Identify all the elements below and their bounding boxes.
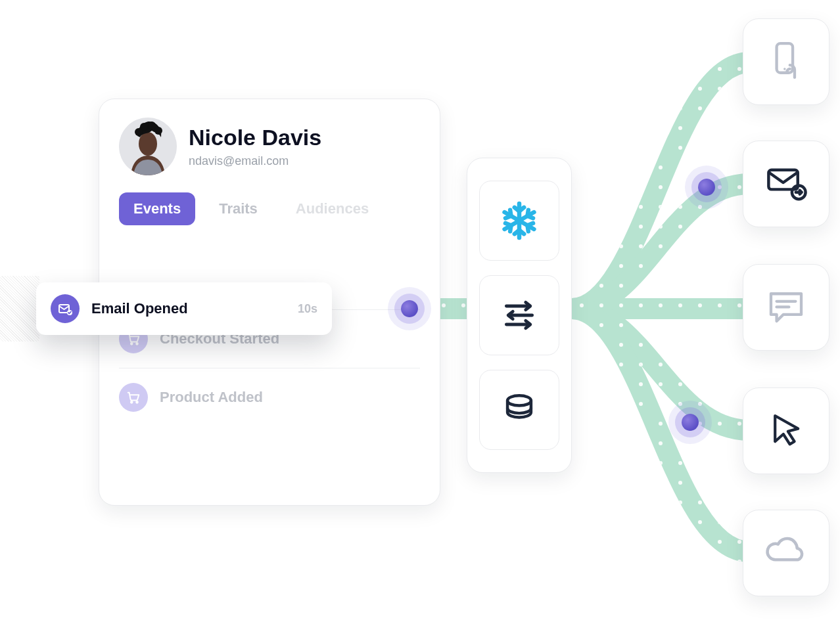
destination-cursor <box>743 388 829 474</box>
chat-icon <box>762 282 810 332</box>
profile-name: Nicole Davis <box>189 125 321 150</box>
svg-point-4 <box>140 123 148 131</box>
event-label: Product Added <box>160 389 263 406</box>
event-pill-label: Email Opened <box>91 300 286 317</box>
avatar <box>119 118 177 175</box>
profile-email: ndavis@email.com <box>189 154 321 168</box>
event-pill-time: 10s <box>298 302 317 316</box>
database-icon <box>479 370 559 450</box>
flow-dot-icon <box>698 179 715 196</box>
destination-mobile-push <box>743 18 829 105</box>
tab-traits[interactable]: Traits <box>204 192 272 225</box>
tab-events[interactable]: Events <box>119 192 195 225</box>
destination-email-send <box>743 141 829 227</box>
tab-audiences[interactable]: Audiences <box>281 192 383 225</box>
svg-point-10 <box>136 401 138 403</box>
event-pill-email-opened[interactable]: Email Opened 10s <box>36 282 332 335</box>
destination-cloud <box>743 510 829 596</box>
list-item[interactable]: Product Added <box>119 368 420 426</box>
tabs: Events Traits Audiences <box>119 192 420 225</box>
email-check-icon <box>51 294 80 323</box>
email-arrow-icon <box>762 158 810 210</box>
svg-line-15 <box>519 208 524 211</box>
cart-icon <box>119 383 148 412</box>
svg-line-24 <box>515 230 519 234</box>
svg-point-8 <box>136 343 138 345</box>
processing-stack <box>467 158 572 473</box>
svg-point-6 <box>154 127 162 135</box>
svg-point-2 <box>139 132 157 156</box>
flow-dot-icon <box>682 414 699 431</box>
flow-dot-icon <box>401 300 418 317</box>
svg-point-37 <box>783 68 786 70</box>
svg-point-9 <box>131 401 133 403</box>
destination-chat <box>743 264 829 351</box>
reverse-etl-icon <box>479 275 559 355</box>
snowflake-icon <box>479 181 559 261</box>
svg-point-7 <box>131 343 133 345</box>
cursor-icon <box>763 407 809 455</box>
svg-point-35 <box>507 395 531 405</box>
events-list: Checkout Started Product Added <box>119 244 420 426</box>
cloud-icon <box>761 527 811 579</box>
svg-point-5 <box>148 122 156 129</box>
mobile-tap-icon <box>762 37 810 87</box>
